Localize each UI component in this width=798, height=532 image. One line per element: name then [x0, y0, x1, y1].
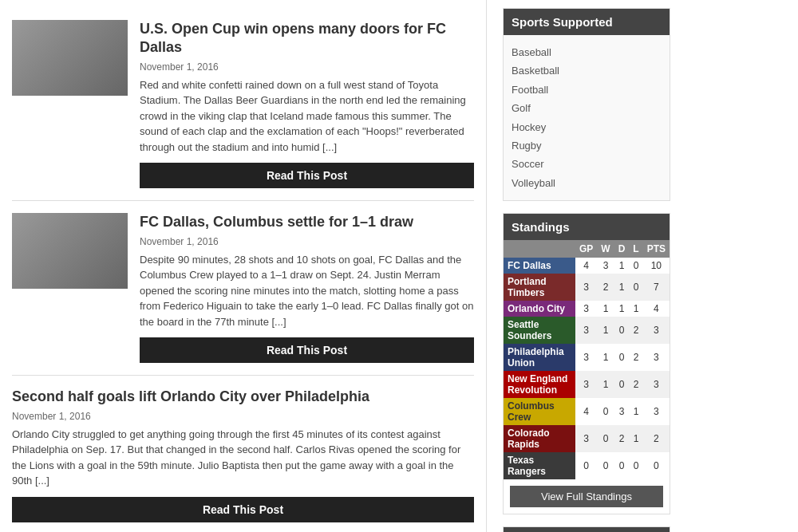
wins: 0 — [597, 398, 614, 425]
points: 4 — [643, 301, 670, 317]
losses: 1 — [629, 301, 642, 317]
games-played: 3 — [575, 371, 597, 398]
col-header: W — [597, 240, 614, 258]
sports-supported-title: Sports Supported — [504, 9, 670, 35]
team-name: Portland Timbers — [504, 274, 575, 301]
sport-link[interactable]: Volleyball — [512, 174, 662, 192]
sport-link[interactable]: Basketball — [512, 61, 662, 80]
standings-row: Orlando City 3 1 1 1 4 — [504, 301, 670, 317]
points: 3 — [643, 317, 670, 344]
sport-link[interactable]: Hockey — [512, 118, 662, 136]
sports-supported-section: Sports Supported BaseballBasketballFootb… — [503, 8, 670, 201]
draws: 0 — [614, 344, 630, 371]
article-2: FC Dallas, Columbus settle for 1–1 draw … — [12, 201, 474, 376]
article-body: Red and white confetti rained down on a … — [140, 77, 474, 156]
col-header: PTS — [643, 240, 670, 258]
points: 3 — [643, 344, 670, 371]
losses: 2 — [629, 344, 642, 371]
wins: 2 — [597, 274, 614, 301]
standings-row: Columbus Crew 4 0 3 1 3 — [504, 398, 670, 425]
team-header — [504, 240, 575, 258]
games-played: 4 — [575, 398, 597, 425]
games-played: 3 — [575, 344, 597, 371]
draws: 2 — [614, 425, 630, 452]
team-name: New England Revolution — [504, 371, 575, 398]
wins: 1 — [597, 317, 614, 344]
standings-row: Philadelphia Union 3 1 0 2 3 — [504, 344, 670, 371]
games-played: 0 — [575, 452, 597, 479]
article-image — [12, 213, 128, 289]
col-header: GP — [575, 240, 597, 258]
standings-header: GPWDLPTS — [504, 240, 670, 258]
sports-list: BaseballBasketballFootballGolfHockeyRugb… — [504, 35, 670, 200]
standings-section: Standings GPWDLPTS FC Dallas 4 3 1 0 10 … — [503, 213, 670, 514]
points: 3 — [643, 371, 670, 398]
games-played: 3 — [575, 274, 597, 301]
team-name: Philadelphia Union — [504, 344, 575, 371]
losses: 2 — [629, 317, 642, 344]
team-name: Orlando City — [504, 301, 575, 317]
games-played: 3 — [575, 317, 597, 344]
points: 2 — [643, 425, 670, 452]
standings-row: Portland Timbers 3 2 1 0 7 — [504, 274, 670, 301]
standings-table: GPWDLPTS FC Dallas 4 3 1 0 10 Portland T… — [504, 240, 670, 479]
wins: 3 — [597, 258, 614, 274]
article-title: U.S. Open Cup win opens many doors for F… — [140, 20, 474, 57]
article-date: November 1, 2016 — [12, 411, 474, 422]
article-title: FC Dallas, Columbus settle for 1–1 draw — [140, 213, 474, 231]
read-post-button[interactable]: Read This Post — [12, 497, 474, 522]
losses: 2 — [629, 371, 642, 398]
article-1: U.S. Open Cup win opens many doors for F… — [12, 8, 474, 201]
col-header: D — [614, 240, 630, 258]
sport-link[interactable]: Rugby — [512, 136, 662, 155]
article-full: Second half goals lift Orlando City over… — [12, 388, 474, 522]
article-date: November 1, 2016 — [140, 236, 474, 247]
draws: 3 — [614, 398, 630, 425]
sport-link[interactable]: Football — [512, 81, 662, 99]
sport-link[interactable]: Golf — [512, 99, 662, 117]
sport-link[interactable]: Baseball — [512, 43, 662, 61]
article-3: Second half goals lift Orlando City over… — [12, 376, 474, 532]
col-header: L — [629, 240, 642, 258]
standings-row: Texas Rangers 0 0 0 0 0 — [504, 452, 670, 479]
standings-row: New England Revolution 3 1 0 2 3 — [504, 371, 670, 398]
standings-row: Colorado Rapids 3 0 2 1 2 — [504, 425, 670, 452]
games-played: 4 — [575, 258, 597, 274]
read-post-button[interactable]: Read This Post — [140, 337, 474, 363]
sport-link[interactable]: Soccer — [512, 155, 662, 173]
losses: 0 — [629, 452, 642, 479]
wins: 1 — [597, 371, 614, 398]
points: 10 — [643, 258, 670, 274]
points: 0 — [643, 452, 670, 479]
draws: 1 — [614, 301, 630, 317]
main-content: U.S. Open Cup win opens many doors for F… — [0, 0, 487, 532]
team-name: FC Dallas — [504, 258, 575, 274]
team-name: Columbus Crew — [504, 398, 575, 425]
losses: 0 — [629, 274, 642, 301]
wins: 1 — [597, 344, 614, 371]
losses: 1 — [629, 425, 642, 452]
article-body: Despite 90 minutes, 28 shots and 10 shot… — [140, 252, 474, 330]
read-post-button[interactable]: Read This Post — [140, 163, 474, 188]
points: 3 — [643, 398, 670, 425]
team-name: Seattle Sounders — [504, 317, 575, 344]
wins: 1 — [597, 301, 614, 317]
standings-row: FC Dallas 4 3 1 0 10 — [504, 258, 670, 274]
stats-title: Stats — [504, 527, 670, 532]
article-body: Orlando City struggled to get anything g… — [12, 427, 474, 489]
team-name: Texas Rangers — [504, 452, 575, 479]
sidebar: Sports Supported BaseballBasketballFootb… — [495, 0, 678, 532]
games-played: 3 — [575, 425, 597, 452]
standings-title: Standings — [504, 214, 670, 240]
losses: 1 — [629, 398, 642, 425]
losses: 0 — [629, 258, 642, 274]
article-title: Second half goals lift Orlando City over… — [12, 388, 474, 406]
games-played: 3 — [575, 301, 597, 317]
wins: 0 — [597, 452, 614, 479]
team-name: Colorado Rapids — [504, 425, 575, 452]
view-standings-button[interactable]: View Full Standings — [510, 486, 663, 507]
stats-section: Stats Goals Maximiliano Urruti 4 Erik Fr… — [503, 526, 670, 532]
wins: 0 — [597, 425, 614, 452]
standings-row: Seattle Sounders 3 1 0 2 3 — [504, 317, 670, 344]
draws: 0 — [614, 317, 630, 344]
